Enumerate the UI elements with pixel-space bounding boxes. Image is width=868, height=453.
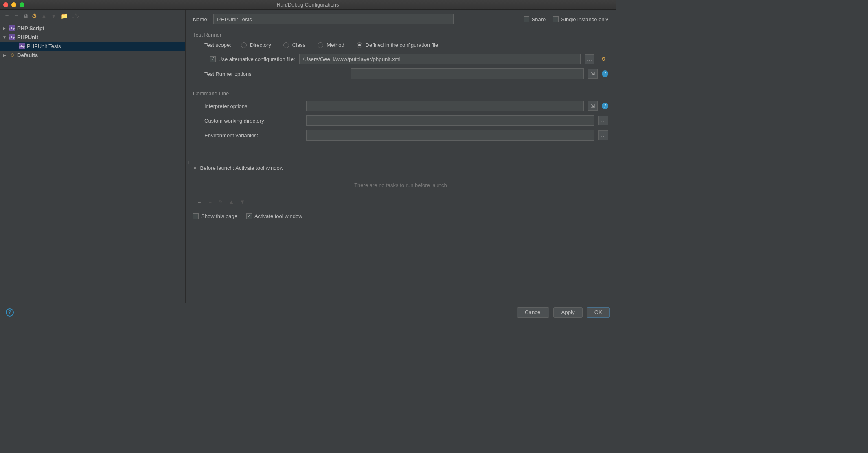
php-file-icon: php — [9, 25, 15, 31]
help-icon[interactable]: ? — [6, 308, 14, 317]
custom-wd-input[interactable] — [306, 115, 594, 126]
show-page-checkbox[interactable]: Show this page — [193, 213, 237, 219]
settings-icon[interactable]: ⚙ — [32, 13, 37, 19]
remove-icon[interactable]: － — [14, 12, 20, 20]
browse-button[interactable]: … — [585, 54, 594, 64]
footer: ? Cancel Apply OK — [0, 303, 616, 321]
tree-item-phpunit-tests[interactable]: php PHPUnit Tests — [0, 42, 185, 51]
test-runner-options-input[interactable] — [351, 68, 584, 79]
browse-button[interactable]: … — [598, 116, 608, 125]
minimize-window-icon[interactable] — [11, 2, 16, 7]
tree-item-phpunit[interactable]: ▼ php PHPUnit — [0, 33, 185, 42]
task-down-icon[interactable]: ▼ — [240, 199, 245, 206]
chevron-down-icon: ▼ — [193, 166, 197, 171]
scope-directory-radio[interactable]: Directory — [241, 42, 271, 48]
task-edit-icon[interactable]: ✎ — [219, 199, 223, 206]
window-title: Run/Debug Configurations — [276, 2, 339, 8]
gear-icon: ⚙ — [9, 52, 15, 58]
main-panel: ⋮⋮ Name: Share Single instance only Test… — [186, 10, 616, 303]
test-runner-section-title: Test Runner — [193, 32, 608, 38]
expand-button[interactable]: ⇲ — [588, 69, 598, 79]
command-line-section-title: Command Line — [193, 90, 608, 97]
scope-config-radio[interactable]: Defined in the configuration file — [357, 42, 438, 48]
sort-icon[interactable]: ↓ᴬᴢ — [72, 13, 80, 19]
browse-button[interactable]: … — [598, 130, 608, 140]
chevron-right-icon: ▶ — [2, 53, 7, 57]
env-vars-input[interactable] — [306, 130, 594, 141]
config-gear-icon[interactable]: ⚙ — [598, 54, 608, 64]
alt-config-input[interactable] — [299, 54, 581, 64]
name-label: Name: — [193, 16, 208, 22]
task-add-icon[interactable]: ＋ — [197, 199, 202, 206]
tree-item-php-script[interactable]: ▶ php PHP Script — [0, 24, 185, 33]
use-alt-config-checkbox[interactable]: Use alternative configuration file: — [210, 56, 295, 62]
move-down-icon[interactable]: ▼ — [51, 13, 57, 19]
info-icon[interactable]: i — [602, 70, 608, 77]
tree-item-defaults[interactable]: ▶ ⚙ Defaults — [0, 51, 185, 59]
custom-wd-label: Custom working directory: — [204, 118, 302, 124]
sidebar-toolbar: ＋ － ⧉ ⚙ ▲ ▼ 📁 ↓ᴬᴢ — [0, 10, 185, 22]
config-tree: ▶ php PHP Script ▼ php PHPUnit php PHPUn… — [0, 22, 185, 303]
before-launch-tasks: There are no tasks to run before launch — [193, 174, 608, 196]
env-vars-label: Environment variables: — [204, 132, 302, 139]
copy-icon[interactable]: ⧉ — [24, 12, 28, 19]
task-remove-icon[interactable]: － — [208, 199, 213, 206]
move-up-icon[interactable]: ▲ — [41, 13, 47, 19]
php-file-icon: php — [19, 43, 25, 49]
interpreter-options-label: Interpreter options: — [204, 103, 302, 109]
expand-button[interactable]: ⇲ — [588, 101, 598, 111]
scope-method-radio[interactable]: Method — [318, 42, 344, 48]
single-instance-checkbox[interactable]: Single instance only — [553, 16, 608, 22]
chevron-down-icon: ▼ — [2, 35, 7, 40]
activate-tool-checkbox[interactable]: Activate tool window — [246, 213, 302, 219]
folder-icon[interactable]: 📁 — [61, 13, 68, 19]
interpreter-options-input[interactable] — [306, 101, 584, 111]
scope-class-radio[interactable]: Class — [283, 42, 306, 48]
before-launch-header[interactable]: ▼ Before launch: Activate tool window — [193, 165, 608, 171]
add-icon[interactable]: ＋ — [4, 12, 10, 20]
splitter-handle[interactable]: ⋮⋮ — [186, 161, 186, 169]
close-window-icon[interactable] — [3, 2, 8, 7]
test-scope-label: Test scope: — [204, 42, 231, 48]
maximize-window-icon[interactable] — [20, 2, 24, 7]
sidebar: ＋ － ⧉ ⚙ ▲ ▼ 📁 ↓ᴬᴢ ▶ php PHP Script ▼ php… — [0, 10, 186, 303]
chevron-right-icon: ▶ — [2, 26, 7, 31]
php-file-icon: php — [9, 34, 15, 40]
share-checkbox[interactable]: Share — [524, 16, 546, 22]
cancel-button[interactable]: Cancel — [517, 307, 550, 318]
ok-button[interactable]: OK — [587, 307, 610, 318]
info-icon[interactable]: i — [602, 103, 608, 109]
task-up-icon[interactable]: ▲ — [229, 199, 234, 206]
titlebar: Run/Debug Configurations — [0, 0, 616, 10]
apply-button[interactable]: Apply — [553, 307, 582, 318]
test-runner-options-label: Test Runner options: — [204, 71, 294, 77]
name-input[interactable] — [213, 14, 454, 24]
